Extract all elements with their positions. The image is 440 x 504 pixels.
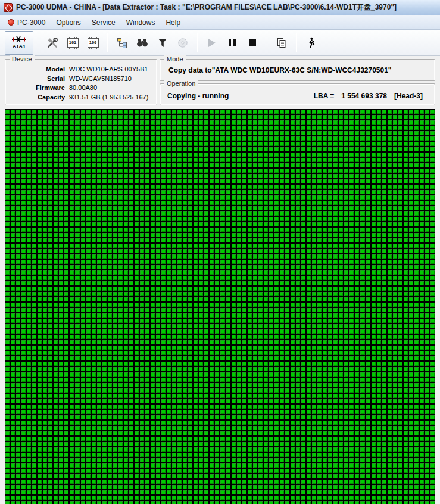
sector-cell [81, 474, 85, 478]
sector-cell [188, 110, 192, 114]
sector-cell [199, 287, 203, 291]
ram-chip-button[interactable]: 100 [83, 32, 103, 54]
sector-cell [430, 415, 435, 419]
menu-options[interactable]: Options [51, 17, 86, 29]
sector-cell [75, 115, 79, 119]
rom-chip-button[interactable]: 101 [63, 32, 83, 54]
device-serial-row: Serial WD-WCAV5N185710 [5, 74, 153, 84]
sector-cell [220, 163, 224, 167]
sector-cell [210, 233, 214, 237]
sector-cell [92, 276, 96, 280]
utilities-button[interactable] [42, 32, 63, 54]
sector-cell [339, 351, 343, 355]
sector-cell [210, 163, 214, 167]
copy-sectors-button[interactable] [272, 32, 292, 54]
sector-cell [70, 431, 74, 435]
sector-cell [237, 292, 241, 296]
start-button[interactable] [202, 32, 222, 54]
sector-cell [81, 469, 85, 473]
sector-cell [210, 346, 214, 350]
disc-image-button[interactable] [173, 32, 193, 54]
build-map-button[interactable] [152, 32, 173, 54]
sector-cell [317, 185, 322, 189]
sector-cell [161, 201, 166, 205]
sector-cell [177, 169, 182, 173]
sector-cell [339, 421, 343, 425]
sector-cell [188, 297, 192, 301]
sector-cell [199, 303, 203, 307]
sector-cell [204, 211, 208, 216]
sector-cell [118, 490, 123, 494]
sector-cell [258, 426, 263, 430]
sector-cell [145, 211, 149, 216]
sector-cell [188, 281, 192, 285]
sector-cell [32, 463, 36, 468]
sector-cell [349, 469, 354, 473]
sector-cell [372, 474, 376, 478]
sector-cell [291, 297, 295, 301]
exit-button[interactable] [301, 32, 321, 54]
sector-cell [27, 292, 31, 296]
sector-cell [16, 110, 20, 114]
sector-cell [102, 292, 107, 296]
sector-cell [151, 179, 155, 183]
sector-cell [409, 281, 413, 285]
sector-cell [151, 485, 155, 489]
sector-cell [32, 211, 36, 216]
sector-cell [183, 185, 187, 189]
ata1-port-button[interactable]: ATA1 [5, 31, 33, 55]
sector-cell [393, 383, 397, 387]
sector-cell [366, 163, 370, 167]
sector-cell [161, 463, 166, 468]
sector-cell [420, 222, 424, 226]
sector-cell [333, 195, 338, 200]
sector-cell [43, 410, 47, 414]
sector-cell [102, 378, 107, 382]
sector-cell [156, 335, 160, 339]
sector-cell [258, 442, 263, 446]
menu-help[interactable]: Help [160, 17, 186, 29]
sector-cell [404, 287, 408, 291]
sector-cell [393, 185, 397, 189]
sector-cell [301, 426, 305, 430]
sector-cell [220, 131, 224, 135]
title-bar[interactable]: PC-3000 UDMA - CHINA - [Data Extractor :… [0, 0, 440, 15]
sector-cell [64, 426, 68, 430]
sector-cell [64, 415, 68, 419]
sector-cell [425, 362, 429, 366]
pause-button[interactable] [222, 32, 242, 54]
sector-cell [312, 169, 316, 173]
menu-windows[interactable]: Windows [121, 17, 161, 29]
sector-cell [269, 136, 273, 141]
sector-cell [145, 474, 149, 478]
sector-cell [237, 356, 241, 360]
sector-cell [280, 120, 284, 125]
menu-service[interactable]: Service [86, 17, 121, 29]
sector-cell [333, 228, 338, 232]
sector-cell [102, 490, 107, 494]
sector-cell [253, 249, 257, 253]
sector-cell [388, 244, 392, 248]
sector-cell [388, 469, 392, 473]
sector-cell [204, 496, 208, 500]
search-button[interactable] [132, 32, 152, 54]
menu-pc3000[interactable]: PC-3000 [2, 17, 51, 29]
stop-button[interactable] [242, 32, 263, 54]
task-tree-button[interactable] [112, 32, 132, 54]
sector-cell [291, 115, 295, 119]
sector-cell [382, 115, 386, 119]
sector-cell [210, 458, 214, 462]
sector-cell [291, 179, 295, 183]
sector-cell [232, 394, 236, 398]
sector-cell [135, 319, 139, 323]
sector-cell [393, 233, 397, 237]
sector-cell [237, 405, 241, 409]
sector-cell [92, 163, 96, 167]
sector-cell [140, 447, 144, 452]
sector-cell [161, 351, 166, 355]
sector-cell [43, 388, 47, 393]
sector-cell [70, 303, 74, 307]
sector-cell [398, 270, 402, 275]
sector-cell [333, 281, 338, 285]
sector-cell [264, 249, 268, 253]
